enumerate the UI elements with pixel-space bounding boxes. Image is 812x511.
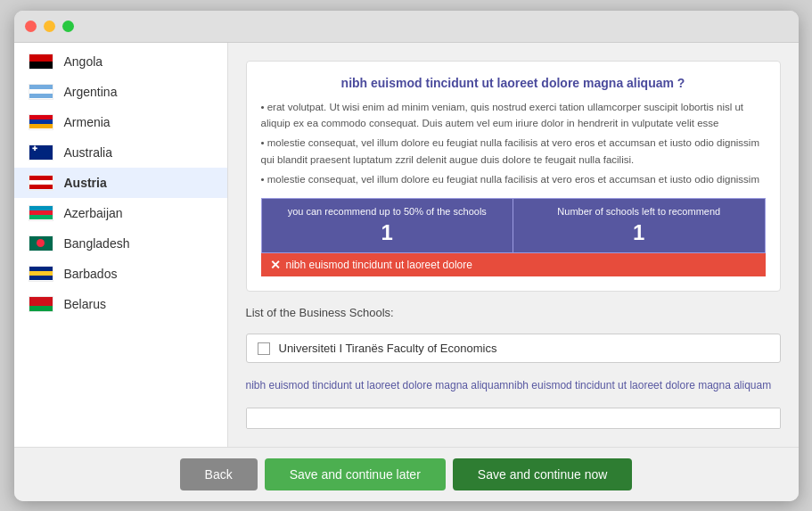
error-icon: ✕	[270, 258, 281, 272]
flag-austria	[29, 175, 53, 191]
sidebar-item-argentina[interactable]: Argentina	[14, 77, 227, 107]
sidebar-item-bangladesh[interactable]: Bangladesh	[14, 228, 227, 259]
sidebar-label-azerbaijan: Azerbaijan	[64, 206, 123, 220]
flag-argentina	[29, 84, 53, 100]
flag-barbados	[29, 266, 53, 282]
school-list-item[interactable]: Universiteti I Tiranës Faculty of Econom…	[246, 334, 781, 363]
sidebar-item-armenia[interactable]: Armenia	[14, 107, 227, 137]
sidebar-label-barbados: Barbados	[64, 267, 118, 281]
sidebar-label-angola: Angola	[64, 54, 103, 69]
content-area: Angola Argentina Armenia	[14, 43, 799, 447]
save-now-button[interactable]: Save and continue now	[453, 458, 633, 490]
flag-armenia	[29, 114, 53, 130]
stat-left: Number of schools left to recommend 1	[513, 199, 765, 252]
list-section-label: List of the Business Schools:	[246, 306, 781, 319]
stat-recommend: you can recommend up to 50% of the schoo…	[262, 199, 514, 252]
flag-belarus	[29, 296, 53, 312]
minimize-button[interactable]	[44, 21, 55, 32]
body-line-2: • molestie consequat, vel illum dolore e…	[261, 135, 766, 168]
sidebar-item-australia[interactable]: ✚ Australia	[14, 137, 227, 168]
sidebar-label-austria: Austria	[64, 176, 107, 190]
card-title: nibh euismod tincidunt ut laoreet dolore…	[261, 76, 766, 90]
card-body: • erat volutpat. Ut wisi enim ad minim v…	[261, 99, 766, 188]
school-name: Universiteti I Tiranës Faculty of Econom…	[279, 342, 497, 355]
info-card: nibh euismod tincidunt ut laoreet dolore…	[246, 61, 781, 293]
back-button[interactable]: Back	[180, 458, 258, 490]
stat-recommend-label: you can recommend up to 50% of the schoo…	[269, 206, 506, 217]
body-line-3: • molestie consequat, vel illum dolore e…	[261, 171, 766, 187]
sidebar-label-bangladesh: Bangladesh	[64, 236, 130, 251]
school-checkbox[interactable]	[258, 342, 270, 355]
sidebar-item-azerbaijan[interactable]: Azerbaijan	[14, 198, 227, 228]
titlebar	[14, 11, 799, 43]
note-text: nibh euismod tincidunt ut laoreet dolore…	[246, 377, 781, 393]
sidebar-label-argentina: Argentina	[64, 85, 118, 99]
flag-angola	[29, 54, 53, 70]
close-button[interactable]	[25, 21, 37, 32]
body-line-1: • erat volutpat. Ut wisi enim ad minim v…	[261, 99, 766, 132]
flag-azerbaijan	[29, 205, 53, 221]
stat-left-value: 1	[521, 220, 758, 245]
sidebar-label-australia: Australia	[64, 145, 112, 160]
country-sidebar: Angola Argentina Armenia	[14, 43, 228, 447]
sidebar-label-belarus: Belarus	[64, 297, 106, 311]
main-panel: nibh euismod tincidunt ut laoreet dolore…	[228, 43, 799, 447]
sidebar-item-belarus[interactable]: Belarus	[14, 289, 227, 319]
save-later-button[interactable]: Save and continue later	[265, 458, 446, 490]
footer-buttons: Back Save and continue later Save and co…	[14, 447, 799, 501]
sidebar-label-armenia: Armenia	[64, 115, 111, 129]
error-bar: ✕ nibh euismod tincidunt ut laoreet dolo…	[261, 253, 766, 276]
flag-australia: ✚	[29, 144, 53, 161]
stat-recommend-value: 1	[269, 220, 506, 245]
comment-textarea[interactable]	[246, 408, 781, 428]
sidebar-item-austria[interactable]: Austria	[14, 168, 227, 198]
application-window: Angola Argentina Armenia	[14, 11, 799, 501]
flag-bangladesh	[29, 235, 53, 251]
sidebar-item-angola[interactable]: Angola	[14, 46, 227, 77]
sidebar-item-barbados[interactable]: Barbados	[14, 259, 227, 289]
error-message: nibh euismod tincidunt ut laoreet dolore	[286, 259, 472, 271]
stat-left-label: Number of schools left to recommend	[521, 206, 758, 217]
maximize-button[interactable]	[62, 21, 74, 32]
stats-row: you can recommend up to 50% of the schoo…	[261, 198, 766, 253]
